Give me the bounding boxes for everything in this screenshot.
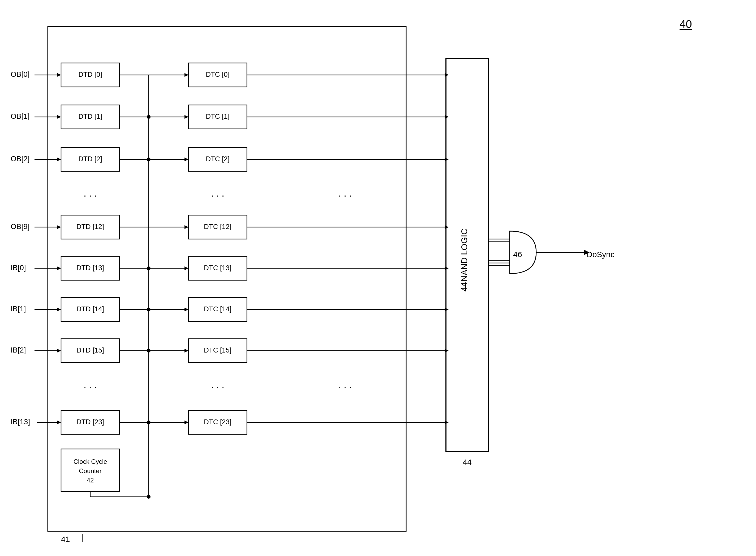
dtd23-dtc23-arrow [185,420,188,424]
dots2-dtc: . . . [211,379,224,390]
input-ib13: IB[13] [11,418,30,426]
dtc15-label: DTC [15] [204,346,231,354]
dtd14-dtc14-arrow [185,308,188,311]
dtd12-dtc12-arrow [185,225,188,229]
dtd12-label: DTD [12] [76,222,104,231]
input-ob9: OB[9] [11,222,30,231]
dtc12-nand-arrow [445,225,449,229]
dtd2-dtc2-arrow [185,158,188,161]
clock-counter-line3: 42 [87,477,94,484]
dtc23-label: DTC [23] [204,418,231,426]
dosync-label: DoSync [587,250,614,259]
dtc0-label: DTC [0] [206,70,230,78]
ib2-arrow [57,349,61,352]
svg-point-2 [505,248,513,256]
dots1-dtd: . . . [84,188,97,199]
ib1-arrow [57,308,61,311]
clock-counter-line1: Clock Cycle [74,458,107,465]
dtc13-nand-arrow [445,267,449,270]
dtd2-label: DTD [2] [78,155,102,163]
dtc15-nand-arrow [445,349,449,352]
dtc2-nand-arrow [445,158,449,161]
dtc2-label: DTC [2] [206,155,230,163]
dots2-dtd: . . . [84,379,97,390]
ib0-arrow [57,267,61,270]
input-ib0: IB[0] [11,264,26,272]
dtc14-nand-arrow [445,308,449,311]
nand-logic-number: 44 [459,282,469,292]
input-ob0: OB[0] [11,70,30,78]
dots1-dtc: . . . [211,188,224,199]
dtd15-dtc15-arrow [185,349,188,352]
dtc1-nand-arrow [445,115,449,119]
dtd15-label: DTD [15] [76,346,104,354]
ob0-arrow [57,73,61,77]
dtc0-nand-arrow [445,73,449,77]
clock-counter-line2: Counter [79,467,102,475]
ob2-arrow [57,158,61,161]
nand-logic-label: NAND LOGIC [459,229,469,281]
input-ob2: OB[2] [11,154,30,163]
dtd13-dtc13-arrow [185,267,188,270]
ob9-arrow [57,225,61,229]
input-ob1: OB[1] [11,112,30,120]
dtc1-label: DTC [1] [206,112,230,120]
dot-clock [147,495,151,499]
dots1-nand: . . . [338,188,352,199]
dtc12-label: DTC [12] [204,222,231,231]
dtd0-label: DTD [0] [78,70,102,78]
dtd0-dtc0-arrow [185,73,188,77]
input-ib2: IB[2] [11,346,26,354]
dtc14-label: DTC [14] [204,305,231,313]
dtd1-label: DTD [1] [78,112,102,120]
dots2-nand: . . . [338,379,352,390]
diagram-ref-40: 40 [680,18,692,30]
dtd1-dtc1-arrow [185,115,188,119]
nand-ref: 44 [463,458,471,466]
circuit-diagram: 40 41 NAND LOGIC 44 46 DoSync [0,0,756,556]
module-label: 41 [61,535,70,544]
ib13-arrow [57,420,61,424]
dtc13-label: DTC [13] [204,264,231,272]
dtd13-label: DTD [13] [76,264,104,272]
dtc23-nand-arrow [445,420,449,424]
dtd23-label: DTD [23] [76,418,104,426]
diagram: 40 41 NAND LOGIC 44 46 DoSync [0,0,756,556]
and-gate-label: 46 [513,250,522,259]
dtd14-label: DTD [14] [76,305,104,313]
input-ib1: IB[1] [11,305,26,313]
ob1-arrow [57,115,61,119]
